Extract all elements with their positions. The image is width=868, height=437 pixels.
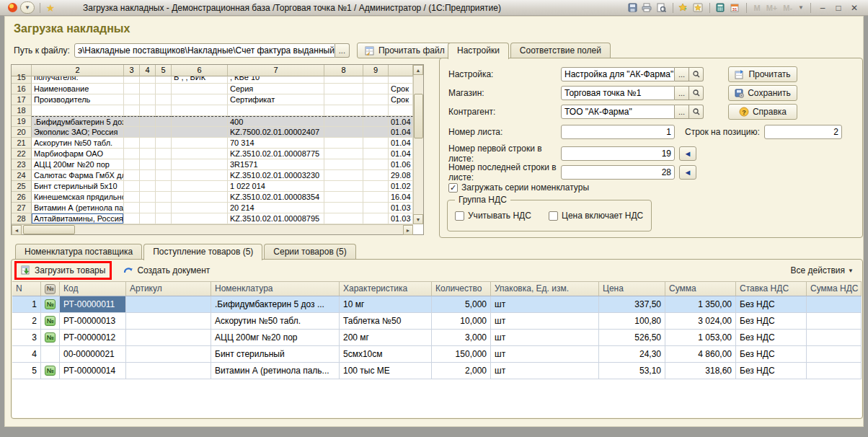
sheet-cell[interactable] [140,127,156,138]
sheet-row-number[interactable]: 19 [12,116,32,127]
sheet-cell[interactable] [324,76,363,84]
goods-cell[interactable]: 10,000 [432,313,491,330]
sheet-cell[interactable] [124,159,140,170]
sheet-cell[interactable]: Салютас Фарма ГмбХ для Гексал АГ (Герман… [32,170,124,181]
sheet-cell[interactable]: Витамин А (ретинола пальмитат) 100тыс МЕ… [32,203,124,213]
sheet-cell[interactable] [363,149,389,159]
goods-cell-n[interactable]: 4 [12,346,41,363]
sheet-cell[interactable] [363,192,389,203]
sheet-cell[interactable] [140,213,156,224]
sheet-cell[interactable]: 1 022 014 [228,181,324,192]
price-includes-vat-checkbox[interactable] [549,211,558,221]
sheet-cell[interactable]: АЦЦ 200мг №20 пор [32,159,124,170]
sheet-cell[interactable] [140,105,156,116]
goods-cell-code[interactable]: РТ-00000013 [60,313,126,330]
all-actions-button[interactable]: Все действия ▼ [791,265,854,275]
goods-cell-n[interactable]: 3 [12,330,41,346]
goods-column-header[interactable]: N [12,282,41,296]
sheet-cell[interactable] [363,76,389,84]
vertical-scrollbar[interactable]: ▲ ▼ [413,65,423,224]
minimize-button[interactable]: – [815,3,831,13]
store-browse-button[interactable]: ... [675,86,689,100]
sheet-cell[interactable] [172,181,228,192]
sheet-cell[interactable]: 01.02 [389,181,413,192]
sheet-cell[interactable] [172,105,228,116]
sheet-cell[interactable] [140,203,156,213]
sheet-cell[interactable] [124,138,140,149]
sheet-cell[interactable] [324,138,363,149]
sheet-cell[interactable] [156,192,172,203]
goods-cell[interactable] [126,363,211,379]
system-menu-button[interactable]: ▼ [20,1,35,14]
sheet-cell[interactable]: , КБе 10 [228,76,324,84]
goods-cell[interactable]: 2,000 [432,363,491,379]
goods-column-header[interactable]: Количество [432,282,491,296]
sheet-cell[interactable]: Алтайвитамины, Россия [32,213,124,224]
goods-row[interactable]: 3№РТ-00000012АЦЦ 200мг №20 пор200 мг3,00… [12,330,862,346]
sheet-cell[interactable] [124,84,140,94]
sheet-cell[interactable] [156,203,172,213]
goods-cell[interactable]: 4 860,00 [665,346,736,363]
goods-cell[interactable]: № [41,363,60,379]
goods-cell[interactable]: Без НДС [736,363,807,379]
save-icon[interactable] [626,1,639,14]
goods-cell[interactable] [126,330,211,346]
goods-cell[interactable]: 1 053,00 [665,330,736,346]
sheet-row-number[interactable]: 18 [12,105,32,116]
sheet-cell[interactable] [156,105,172,116]
sheet-row-number[interactable]: 28 [12,213,32,224]
horizontal-scrollbar[interactable]: ◄ ► [12,224,413,234]
file-path-input[interactable]: э\Накладные поставщиков\Накладные\Счет ф… [74,43,335,58]
sheet-cell[interactable] [389,105,413,116]
sheet-cell[interactable]: Аскорутин №50 табл. [32,138,124,149]
goods-cell[interactable]: № [41,313,60,330]
sheet-cell[interactable] [156,94,172,105]
counterparty-search-button[interactable] [689,105,704,119]
sheet-row-number[interactable]: 20 [12,127,32,138]
sheet-cell[interactable] [363,159,389,170]
vertical-scroll-thumb[interactable] [414,94,423,138]
sheet-cell[interactable] [156,138,172,149]
goods-cell[interactable]: 100,80 [599,313,665,330]
sheet-cell[interactable] [156,213,172,224]
sheet-cell[interactable] [172,94,228,105]
sheet-cell[interactable] [124,149,140,159]
sheet-cell[interactable] [363,127,389,138]
goods-cell-code[interactable]: 00-00000021 [60,346,126,363]
sheet-cell[interactable] [172,192,228,203]
sheet-cell[interactable] [363,84,389,94]
sheet-column-header[interactable]: 9 [363,65,389,76]
sheet-cell[interactable] [124,116,140,127]
sheet-cell[interactable]: получателя: [32,76,124,84]
sheet-cell[interactable] [32,105,124,116]
tab-goods-series[interactable]: Серии товаров (5) [264,244,355,260]
sheet-row-number[interactable]: 21 [12,138,32,149]
sheet-cell[interactable] [172,127,228,138]
scroll-down-icon[interactable]: ▼ [413,214,423,224]
sheet-cell[interactable] [140,170,156,181]
sheet-cell[interactable] [363,203,389,213]
goods-cell[interactable]: 318,60 [665,363,736,379]
sheet-cell[interactable]: KZ.3510.02.01.00003230 [228,170,324,181]
scroll-up-icon[interactable]: ▲ [413,65,423,75]
goods-cell[interactable]: АЦЦ 200мг №20 пор [211,330,340,346]
print-preview-icon[interactable] [655,1,668,14]
memory-minus-button[interactable]: M- [780,4,795,12]
sheet-cell[interactable] [324,105,363,116]
sheet-cell[interactable] [140,84,156,94]
goods-cell[interactable]: шт [491,346,599,363]
goods-cell[interactable] [807,330,862,346]
tab-supplier-nomenclature[interactable]: Номенклатура поставщика [15,244,142,260]
sheet-cell[interactable]: KZ.3510.02.01.00008354 [228,192,324,203]
sheet-cell[interactable] [156,159,172,170]
goods-cell[interactable]: 53,10 [599,363,665,379]
goods-cell[interactable]: шт [491,330,599,346]
sheet-cell[interactable] [140,94,156,105]
goods-cell[interactable]: Бинт стерильный [211,346,340,363]
sheet-cell[interactable] [363,170,389,181]
add-to-favorites-icon[interactable] [677,1,690,14]
sheet-cell[interactable] [124,203,140,213]
sheet-cell[interactable]: 400 [228,116,324,127]
read-settings-button[interactable]: Прочитать [728,66,797,82]
goods-cell[interactable]: 3 024,00 [665,313,736,330]
